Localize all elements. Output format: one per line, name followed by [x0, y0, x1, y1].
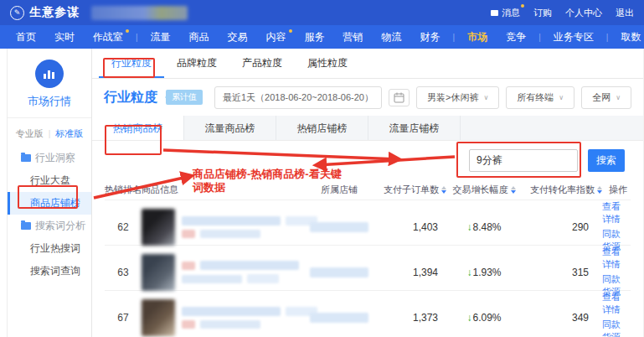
terminal-select-value: 所有终端 [517, 91, 554, 104]
nav-content[interactable]: 内容 [257, 30, 296, 44]
scope-select[interactable]: 全网 ∨ [581, 86, 631, 109]
left-gutter [0, 49, 7, 337]
same-style-supply-link[interactable]: 同款货源 [602, 319, 629, 337]
col-conversion-label: 支付转化率指数 [530, 184, 595, 196]
orders-value: 1,403 [376, 221, 446, 233]
subscribe-link[interactable]: 订购 [533, 7, 552, 19]
orders-value: 1,373 [376, 312, 446, 324]
view-details-link[interactable]: 查看详情 [602, 200, 629, 226]
growth-down-arrow-icon: ↓ [466, 312, 471, 324]
rank-table: 热销排名 商品信息 所属店铺 支付子订单数 交易增长幅度 支付转化率指数 [92, 179, 643, 335]
sidebar-item-industry-insight[interactable]: 行业洞察 [8, 147, 91, 169]
sidebar-menu: 行业洞察 行业大盘 商品店铺榜 搜索词分析 行业热搜词 搜索词查询 [8, 147, 91, 283]
nav-finance[interactable]: 财务 [411, 30, 450, 44]
col-growth[interactable]: 交易增长幅度 [446, 184, 522, 196]
scope-select-value: 全网 [592, 91, 611, 104]
view-details-link[interactable]: 查看详情 [602, 291, 629, 316]
market-chart-icon [35, 60, 64, 88]
growth-cell: ↓6.09% [446, 312, 522, 324]
sidebar-item-search-analysis[interactable]: 搜索词分析 [8, 215, 91, 237]
search-button[interactable]: 搜索 [588, 149, 625, 172]
subscribe-label: 订购 [533, 7, 552, 19]
sort-icon[interactable] [511, 186, 516, 194]
nav-realtime[interactable]: 实时 [45, 30, 84, 44]
sidebar-item-label: 行业洞察 [35, 147, 75, 169]
growth-value: 8.48% [472, 221, 501, 233]
growth-value: 6.09% [472, 312, 501, 324]
growth-cell: ↓8.48% [446, 221, 522, 233]
shop-cell [302, 267, 376, 277]
sidebar-header: 市场行情 [8, 49, 91, 118]
blurred-product-image [142, 299, 175, 336]
blurred-shop-name [310, 313, 368, 323]
tab-product-granularity[interactable]: 产品粒度 [229, 49, 295, 78]
filter-controls: 最近1天（2018-06-20~2018-06-20） 男装>休闲裤 ∨ [214, 86, 631, 109]
nav-warroom[interactable]: 作战室 [84, 30, 132, 44]
calendar-button[interactable] [389, 89, 410, 106]
cumulative-badge: 累计值 [166, 90, 203, 105]
nav-market[interactable]: 市场 [458, 30, 497, 44]
tab-brand-granularity[interactable]: 品牌粒度 [164, 49, 229, 78]
blurred-shop-name [310, 222, 368, 232]
nav-home[interactable]: 首页 [7, 30, 45, 44]
category-select[interactable]: 男装>休闲裤 ∨ [416, 86, 499, 109]
tab-standard-version[interactable]: 标准版 [55, 127, 83, 140]
logout-link[interactable]: 退出 [616, 7, 634, 19]
nav-business-zone[interactable]: 业务专区 [544, 30, 603, 44]
tab-industry-granularity[interactable]: 行业粒度 [99, 49, 164, 78]
tab-attribute-granularity[interactable]: 属性粒度 [295, 49, 360, 78]
orders-value: 1,394 [376, 267, 446, 278]
nav-divider: | [132, 33, 142, 42]
col-shop: 所属店铺 [302, 184, 376, 196]
nav-divider: | [603, 33, 612, 42]
search-row: 搜索 [92, 141, 643, 179]
table-row: 67 1,373 ↓6.09% 349 查 [105, 290, 631, 335]
blurred-product-image [142, 254, 175, 291]
date-range-picker[interactable]: 最近1天（2018-06-20~2018-06-20） [214, 86, 382, 109]
tab-traffic-shop-rank[interactable]: 流量店铺榜 [368, 116, 461, 140]
view-details-link[interactable]: 查看详情 [602, 246, 629, 271]
chevron-down-icon: ∨ [483, 94, 488, 101]
terminal-select[interactable]: 所有终端 ∨ [506, 86, 574, 109]
rank-value: 63 [105, 267, 142, 278]
sidebar-item-hot-search-words[interactable]: 行业热搜词 [8, 237, 91, 260]
growth-value: 1.93% [472, 267, 501, 278]
sidebar-item-industry-overview[interactable]: 行业大盘 [8, 169, 91, 192]
main-panel: 行业粒度 品牌粒度 产品粒度 属性粒度 行业粒度 累计值 最近1天（2018-0… [92, 49, 644, 337]
sidebar-item-product-shop-rank[interactable]: 商品店铺榜 [8, 192, 91, 215]
nav-logistics[interactable]: 物流 [373, 30, 411, 44]
message-icon [491, 10, 498, 16]
module-title: 市场行情 [8, 94, 91, 109]
main-nav: 首页 实时 作战室 | 流量 商品 交易 内容 服务 营销 物流 财务 | 市场… [0, 25, 644, 49]
conversion-value: 349 [522, 312, 602, 324]
app-name: 生意参谋 [29, 5, 80, 20]
nav-divider: | [535, 33, 544, 42]
growth-down-arrow-icon: ↓ [466, 221, 471, 233]
sidebar-item-search-word-query[interactable]: 搜索词查询 [8, 260, 91, 283]
nav-goods[interactable]: 商品 [180, 30, 219, 44]
blurred-shop-name [310, 267, 368, 277]
col-orders[interactable]: 支付子订单数 [376, 184, 446, 196]
nav-traffic[interactable]: 流量 [142, 30, 180, 44]
nav-trade[interactable]: 交易 [219, 30, 257, 44]
pen-logo-icon: ✎ [10, 6, 24, 20]
personal-center-link[interactable]: 个人中心 [565, 7, 602, 19]
product-cell [142, 254, 302, 291]
nav-data-fetch[interactable]: 取数 [611, 30, 644, 44]
nav-competition[interactable]: 竞争 [497, 30, 535, 44]
nav-divider: | [450, 33, 459, 42]
sidebar: 市场行情 专业版 | 标准版 行业洞察 行业大盘 商品店铺榜 搜索词分析 行业热… [7, 49, 92, 337]
nav-service[interactable]: 服务 [296, 30, 334, 44]
logout-label: 退出 [616, 7, 634, 19]
messages-label: 消息 [502, 7, 520, 19]
keyword-search-input[interactable] [469, 149, 578, 172]
tab-hot-product-rank[interactable]: 热销商品榜 [92, 116, 184, 140]
tab-hot-shop-rank[interactable]: 热销店铺榜 [276, 116, 368, 140]
nav-marketing[interactable]: 营销 [334, 30, 373, 44]
tab-pro-version[interactable]: 专业版 [16, 127, 44, 140]
messages-link[interactable]: 消息 [491, 7, 520, 19]
tab-traffic-product-rank[interactable]: 流量商品榜 [184, 116, 276, 140]
section-title: 行业粒度 [104, 89, 157, 106]
col-orders-label: 支付子订单数 [384, 184, 439, 196]
col-conversion[interactable]: 支付转化率指数 [522, 184, 602, 196]
